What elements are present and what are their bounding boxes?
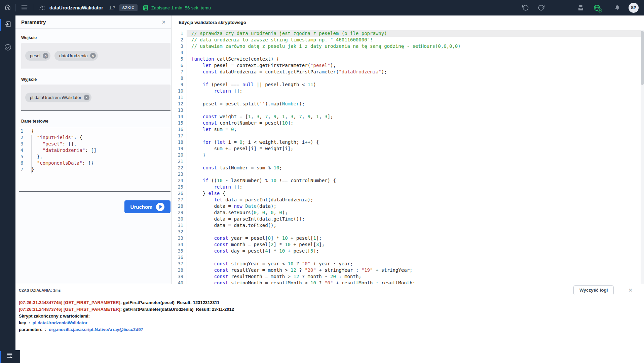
code-line-text [187, 158, 644, 165]
clear-logs-button[interactable]: Wyczyść logi [573, 285, 614, 295]
line-number: 23 [172, 171, 187, 177]
notifications-button[interactable] [614, 4, 620, 11]
code-line-text [187, 171, 644, 177]
code-editor[interactable]: 1// sprawdza czy data urodzenia jest zgo… [172, 30, 644, 284]
code-lines[interactable]: 1// sprawdza czy data urodzenia jest zgo… [172, 30, 644, 284]
code-line[interactable]: 8 [172, 75, 644, 81]
code-line-text [187, 50, 644, 56]
code-line[interactable]: 6 let pesel = context.getFirstParameter(… [172, 62, 644, 69]
code-line[interactable]: 2// data urodzenia to zawsze string time… [172, 37, 644, 43]
close-icon[interactable]: ✕ [161, 20, 166, 25]
code-line[interactable]: 35 const day = pesel[4] * 10 + pesel[5]; [172, 248, 644, 254]
code-line[interactable]: 36 [172, 254, 644, 261]
chip-remove-icon[interactable]: ✕ [43, 53, 48, 59]
code-line[interactable]: 11 [172, 94, 644, 101]
chip-remove-icon[interactable]: ✕ [84, 95, 89, 100]
code-line[interactable]: 39 const resultMonth = month > 12 ? mont… [172, 273, 644, 280]
code-line[interactable]: 1{ [19, 128, 171, 134]
code-line[interactable]: 15 const controlNumber = pesel[10]; [172, 120, 644, 126]
code-line[interactable]: 12 pesel = pesel.split('').map(Number); [172, 101, 644, 107]
code-line[interactable]: 37 const stringYear = year < 10 ? "0" + … [172, 261, 644, 267]
code-line[interactable]: 13 [172, 107, 644, 113]
logs-panel-toggle[interactable] [0, 350, 20, 363]
code-line[interactable]: 7} [19, 166, 171, 173]
code-line[interactable]: 16 let sum = 0; [172, 126, 644, 133]
code-line[interactable]: 6 "componentsData": {} [19, 160, 171, 166]
line-number: 5 [19, 154, 28, 160]
code-line[interactable]: 9 if (pesel === null || pesel.length < 1… [172, 81, 644, 88]
test-data-editor[interactable]: 1{2 "inputFields": {3 "pesel": [],4 "dat… [19, 127, 171, 192]
close-logs-icon[interactable]: ✕ [628, 288, 633, 293]
code-line[interactable]: 3 "pesel": [], [19, 141, 171, 147]
code-line-text: "inputFields": { [28, 134, 171, 141]
code-line[interactable]: 30 data = parseInt(data.getTime()); [172, 216, 644, 222]
code-line[interactable]: 32 [172, 229, 644, 235]
chip-remove-icon[interactable]: ✕ [90, 53, 96, 59]
code-line[interactable]: 5 }, [19, 154, 171, 160]
code-line[interactable]: 14 const weight = [1, 3, 7, 9, 1, 3, 7, … [172, 113, 644, 120]
line-number: 7 [19, 166, 28, 173]
app-dots-icon [39, 5, 45, 11]
archive-button[interactable] [577, 4, 584, 11]
code-line-text [187, 75, 644, 81]
home-button[interactable] [0, 0, 15, 15]
code-line-text: const stringYear = year < 10 ? "0" + yea… [187, 261, 644, 267]
logs-icon [6, 352, 14, 361]
run-button[interactable]: Uruchom [124, 200, 171, 213]
log-value-link[interactable]: pl.dataUrodzeniaWalidator [32, 320, 87, 325]
code-line[interactable]: 4 [172, 50, 644, 56]
code-line-text: data = parseInt(data.getTime()); [187, 216, 644, 222]
code-line[interactable]: 33 const year = pesel[0] * 10 + pesel[1]… [172, 235, 644, 241]
editor-scrollbar-thumb[interactable] [641, 31, 644, 85]
code-line-text: let sum = 0; [187, 126, 644, 133]
code-line[interactable]: 34 const month = pesel[2] * 10 + pesel[3… [172, 241, 644, 248]
line-number: 6 [19, 160, 28, 166]
code-line[interactable]: 17 [172, 133, 644, 139]
code-line[interactable]: 31 data = data.toFixed(); [172, 222, 644, 229]
editor-scrollbar[interactable] [641, 30, 644, 284]
line-number: 13 [172, 107, 187, 113]
log-value-link[interactable]: org.mozilla.javascript.NativeArray@5ccc2… [49, 327, 143, 332]
code-line[interactable]: 28 data = new Date(data); [172, 203, 644, 209]
user-avatar[interactable]: SP [629, 3, 639, 13]
code-line[interactable]: 19 sum += pesel[i] * weight[i]; [172, 145, 644, 152]
code-line[interactable]: 25 return []; [172, 184, 644, 190]
code-line[interactable]: 5function callService(context) { [172, 56, 644, 62]
input-chips-field[interactable]: pesel✕dataUrodzenia✕ [21, 43, 171, 69]
code-line[interactable]: 38 const resultYear = month > 12 ? "20" … [172, 267, 644, 273]
code-line[interactable]: 40 const stringMonth = resultMonth < 10 … [172, 280, 644, 284]
code-line[interactable]: 23 [172, 171, 644, 177]
code-line[interactable]: 7 const dataUrodzenia = context.getFirst… [172, 69, 644, 75]
code-line[interactable]: 26 } else { [172, 190, 644, 197]
code-line[interactable]: 27 let data = parseInt(dataUrodzenia); [172, 197, 644, 203]
code-line[interactable]: 10 return []; [172, 88, 644, 94]
sidebar-item-parameters[interactable] [0, 18, 15, 32]
log-entries: [07:26:31.244847745] [GET_FIRST_PARAMETE… [15, 296, 644, 336]
undo-button[interactable] [522, 4, 529, 11]
code-line[interactable]: 22 const lastNumber = sum % 10; [172, 165, 644, 171]
code-line[interactable]: 4 "dataUrodzenia": [] [19, 147, 171, 154]
log-tag: [GET_FIRST_PARAMETER] [64, 307, 120, 312]
code-line[interactable]: 21 [172, 158, 644, 165]
code-line[interactable]: 24 if ((10 - lastNumber) % 10 !== contro… [172, 177, 644, 184]
sidebar-item-validation[interactable] [0, 41, 15, 55]
code-line-text: data = new Date(data); [187, 203, 644, 209]
code-line-text: for (let i = 0; i < weight.length; i++) … [187, 139, 644, 145]
code-line[interactable]: 2 "inputFields": { [19, 134, 171, 141]
top-bar: dataUrodzeniaWalidator 1.7 SZKIC Zapisan… [0, 0, 644, 15]
test-data-code[interactable]: 1{2 "inputFields": {3 "pesel": [],4 "dat… [19, 128, 171, 173]
redo-button[interactable] [538, 4, 544, 11]
code-line-text: const controlNumber = pesel[10]; [187, 120, 644, 126]
code-line[interactable]: 1// sprawdza czy data urodzenia jest zgo… [172, 30, 644, 37]
environment-button[interactable]: 0 [593, 4, 601, 11]
code-line[interactable]: 18 for (let i = 0; i < weight.length; i+… [172, 139, 644, 145]
code-line[interactable]: 20 } [172, 152, 644, 158]
output-chips-field[interactable]: pl.dataUrodzeniaWalidator✕ [21, 85, 171, 111]
menu-button[interactable] [21, 4, 28, 11]
bell-icon [614, 4, 620, 11]
code-line-text: { [28, 128, 171, 134]
code-line-text [187, 107, 644, 113]
code-line[interactable]: 29 data.setHours(0, 0, 0, 0); [172, 209, 644, 216]
line-number: 4 [172, 50, 187, 56]
code-line[interactable]: 3// ustawiam zarówno datę z peselu jak i… [172, 43, 644, 50]
